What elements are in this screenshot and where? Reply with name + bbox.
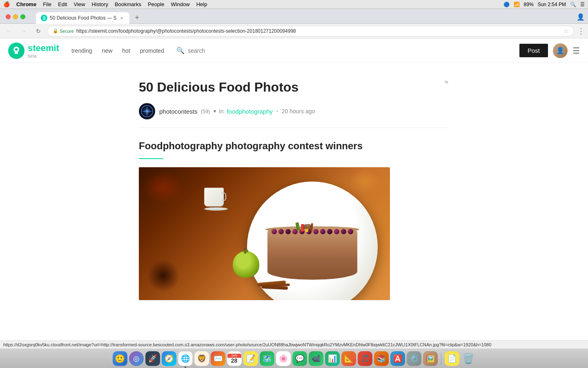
dock-keynote[interactable]: 📐 [341, 351, 356, 366]
dock-safari[interactable]: 🧭 [162, 351, 176, 366]
star-bookmark-icon[interactable]: ☆ [564, 28, 569, 34]
dock-photos[interactable]: 🌸 [276, 351, 291, 366]
svg-point-0 [15, 48, 18, 51]
lock-icon: 🔒 [53, 28, 58, 34]
secure-badge: 🔒 Secure [53, 28, 74, 34]
meta-row: photocontests (59) ▾ in foodphotography … [159, 108, 315, 115]
dock-maps[interactable]: 🗺️ [260, 351, 274, 366]
dock-photoviewer[interactable]: 🖼️ [423, 351, 438, 366]
dock-messages[interactable]: 💬 [292, 351, 307, 366]
tab-title: 50 Delicious Food Photos — S [50, 15, 116, 21]
active-tab[interactable]: S 50 Delicious Food Photos — S ✕ [36, 12, 129, 24]
chrome-user-icon[interactable]: 👤 [577, 13, 585, 21]
steemit-logo-text-block: steemit beta [28, 43, 59, 58]
status-url: https://d2oxgsrq0kv5ku.cloudfront.net/im… [3, 342, 491, 347]
menu-bar-right: 🔵 📶 89% Sun 2:54 PM 🔍 ☰ [503, 2, 585, 7]
dock-trash[interactable]: 🗑️ [461, 351, 476, 366]
dock-finder[interactable]: 🙂 [113, 351, 127, 366]
hamburger-menu-button[interactable]: ☰ [572, 46, 580, 56]
author-name[interactable]: photocontests [159, 108, 197, 115]
dock-itunes[interactable]: 🎵 [358, 351, 372, 366]
reload-button[interactable]: ↻ [33, 25, 44, 37]
trending-link[interactable]: trending [71, 47, 92, 54]
history-menu-item[interactable]: History [91, 1, 108, 7]
post-button[interactable]: Post [519, 44, 548, 57]
menu-bar: 🍎 Chrome File Edit View History Bookmark… [0, 0, 588, 9]
dock-separator [441, 352, 441, 365]
author-reputation: (59) [200, 108, 210, 114]
view-menu-item[interactable]: View [74, 1, 85, 7]
author-avatar[interactable] [139, 103, 155, 119]
notification-icon[interactable]: ☰ [580, 2, 585, 7]
clock: Sun 2:54 PM [538, 2, 566, 7]
status-bar: https://d2oxgsrq0kv5ku.cloudfront.net/im… [0, 340, 588, 348]
dock-appstore[interactable]: 🅰️ [390, 351, 405, 366]
close-window-button[interactable] [6, 14, 11, 19]
file-menu-item[interactable]: File [43, 1, 51, 7]
dock-ibooks[interactable]: 📚 [374, 351, 389, 366]
steemit-brand-text: steemit [28, 43, 59, 53]
new-tab-button[interactable]: + [131, 12, 143, 23]
user-avatar[interactable]: 👤 [553, 43, 568, 58]
steemit-header: steemit beta trending new hot promoted 🔍… [0, 38, 588, 63]
search-input[interactable] [188, 47, 237, 54]
time-ago: 20 hours ago [282, 108, 315, 114]
help-menu-item[interactable]: Help [196, 1, 207, 7]
new-link[interactable]: new [102, 47, 113, 54]
window-menu-item[interactable]: Window [171, 1, 189, 7]
chrome-menu-item[interactable]: Chrome [16, 1, 36, 7]
steemit-logo-icon [8, 43, 24, 59]
promoted-link[interactable]: promoted [140, 47, 164, 54]
back-button[interactable]: ← [3, 25, 15, 37]
dock-facetime[interactable]: 📹 [309, 351, 323, 366]
steemit-logo[interactable]: steemit beta [8, 43, 59, 59]
address-bar-right: ⋮ [577, 27, 585, 36]
address-bar: ← → ↻ 🔒 Secure https://steemit.com/foodp… [0, 24, 588, 38]
apple-menu[interactable]: 🍎 [3, 1, 10, 7]
wifi-icon: 📶 [514, 2, 520, 7]
community-link[interactable]: foodphotography [227, 108, 273, 115]
flag-icon[interactable]: ⚑ [444, 79, 449, 86]
tab-favicon: S [41, 15, 47, 21]
people-menu-item[interactable]: People [148, 1, 164, 7]
dropdown-icon[interactable]: ▾ [214, 108, 216, 114]
browser-content: steemit beta trending new hot promoted 🔍… [0, 38, 588, 340]
separator-dot: • [276, 108, 278, 115]
minimize-window-button[interactable] [13, 14, 18, 19]
search-menubar-icon[interactable]: 🔍 [570, 2, 576, 7]
header-right: Post 👤 ☰ [519, 43, 580, 58]
chrome-options-button[interactable]: ⋮ [577, 27, 585, 36]
section-divider [139, 158, 163, 159]
hot-link[interactable]: hot [122, 47, 130, 54]
maximize-window-button[interactable] [20, 14, 25, 19]
dock-preferences[interactable]: ⚙️ [407, 351, 421, 366]
article-container: ⚑ 50 Delicious Food Photos photocont [131, 63, 457, 325]
steemit-nav: trending new hot promoted [71, 47, 164, 54]
dock-brave[interactable]: 🦁 [194, 351, 209, 366]
dock-calendar[interactable]: JAN 28 [227, 351, 242, 366]
dock-siri[interactable]: ◎ [129, 351, 144, 366]
edit-menu-item[interactable]: Edit [58, 1, 67, 7]
article-title: 50 Delicious Food Photos [139, 79, 449, 95]
dock-mail[interactable]: ✉️ [211, 351, 225, 366]
section-heading: Foodphotography photography contest winn… [139, 140, 449, 152]
search-area: 🔍 [176, 47, 237, 54]
url-bar[interactable]: 🔒 Secure https://steemit.com/foodphotogr… [47, 26, 574, 36]
dock-chrome[interactable]: 🌐 [178, 351, 193, 366]
search-icon[interactable]: 🔍 [176, 47, 185, 54]
article-meta: photocontests (59) ▾ in foodphotography … [139, 103, 449, 128]
dock-stickies[interactable]: 📝 [243, 351, 258, 366]
dock: 🙂 ◎ 🚀 🧭 🌐 🦁 ✉️ JAN 28 📝 🗺️ 🌸 💬 [0, 348, 588, 368]
svg-point-5 [146, 110, 148, 112]
dock-notes[interactable]: 📄 [445, 351, 459, 366]
tab-bar: S 50 Delicious Food Photos — S ✕ + 👤 [0, 9, 588, 24]
menu-bar-left: 🍎 Chrome File Edit View History Bookmark… [3, 1, 207, 7]
dock-launchpad[interactable]: 🚀 [145, 351, 160, 366]
dock-numbers[interactable]: 📊 [325, 351, 340, 366]
url-text[interactable]: https://steemit.com/foodphotography/@pho… [76, 28, 561, 34]
in-label: in [219, 108, 224, 114]
tab-close-button[interactable]: ✕ [119, 15, 125, 21]
forward-button[interactable]: → [18, 25, 29, 37]
bluetooth-icon: 🔵 [503, 2, 510, 7]
bookmarks-menu-item[interactable]: Bookmarks [115, 1, 141, 7]
